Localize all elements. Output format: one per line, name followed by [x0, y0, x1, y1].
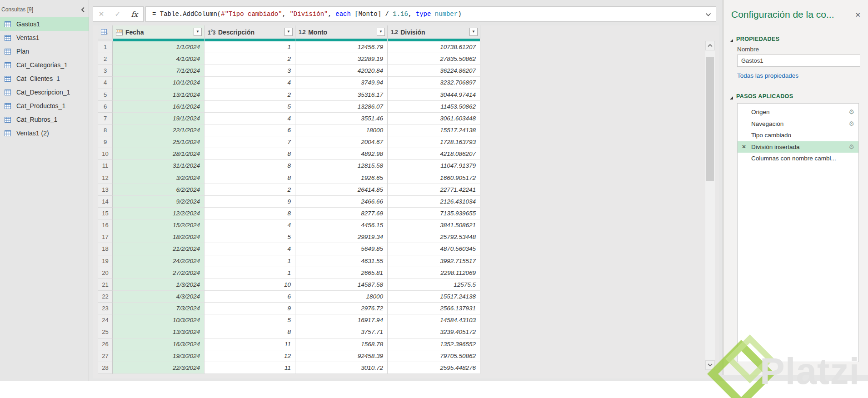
data-cell[interactable]: 3757.71 — [295, 326, 388, 338]
data-cell[interactable]: 8 — [205, 172, 295, 184]
collapse-sidebar-chevron-left-icon[interactable] — [81, 7, 85, 13]
select-all-corner-button[interactable] — [98, 25, 113, 39]
data-cell[interactable]: 1660.905172 — [388, 172, 480, 184]
sidebar-item-ventas1-2-[interactable]: Ventas1 (2) — [0, 126, 89, 140]
data-cell[interactable]: 3 — [205, 65, 295, 77]
data-cell[interactable]: 4 — [205, 243, 295, 255]
data-cell[interactable]: 12456.79 — [295, 41, 388, 53]
data-cell[interactable]: 18/2/2024 — [113, 231, 205, 243]
data-cell[interactable]: 8 — [205, 160, 295, 172]
row-number-cell[interactable]: 25 — [98, 326, 113, 338]
data-cell[interactable]: 3010.72 — [295, 362, 388, 374]
scroll-up-button[interactable] — [705, 41, 715, 50]
data-cell[interactable]: 6 — [205, 291, 295, 303]
data-cell[interactable]: 2665.81 — [295, 267, 388, 279]
data-cell[interactable]: 2126.431034 — [388, 196, 480, 208]
vertical-scrollbar-thumb[interactable] — [706, 57, 714, 181]
data-cell[interactable]: 2 — [205, 89, 295, 101]
applied-step-navegaci-n[interactable]: Navegación⚙ — [738, 118, 858, 130]
data-cell[interactable]: 26414.85 — [295, 184, 388, 196]
data-cell[interactable]: 10/1/2024 — [113, 77, 205, 89]
row-number-cell[interactable]: 4 — [98, 77, 113, 89]
data-cell[interactable]: 9 — [205, 303, 295, 314]
row-number-cell[interactable]: 11 — [98, 160, 113, 172]
data-cell[interactable]: 29919.34 — [295, 231, 388, 243]
data-cell[interactable]: 10738.61207 — [388, 41, 480, 53]
all-properties-link[interactable]: Todas las propiedades — [737, 72, 798, 79]
data-cell[interactable]: 1926.65 — [295, 172, 388, 184]
data-cell[interactable]: 4870.560345 — [388, 243, 480, 255]
data-cell[interactable]: 27835.50862 — [388, 53, 480, 65]
data-cell[interactable]: 13286.07 — [295, 101, 388, 113]
row-number-cell[interactable]: 26 — [98, 338, 113, 350]
sidebar-item-gastos1[interactable]: Gastos1 — [0, 17, 89, 31]
data-cell[interactable]: 2 — [205, 53, 295, 65]
data-cell[interactable]: 24/2/2024 — [113, 255, 205, 267]
row-number-cell[interactable]: 1 — [98, 41, 113, 53]
data-cell[interactable]: 2566.137931 — [388, 303, 480, 314]
formula-expand-chevron-down-icon[interactable] — [705, 13, 711, 16]
row-number-cell[interactable]: 20 — [98, 267, 113, 279]
data-cell[interactable]: 28/1/2024 — [113, 148, 205, 160]
data-cell[interactable]: 8 — [205, 326, 295, 338]
data-cell[interactable]: 22/1/2024 — [113, 124, 205, 136]
formula-bar-input[interactable]: = Table.AddColumn(#"Tipo cambiado", "Div… — [145, 6, 716, 22]
data-cell[interactable]: 1 — [205, 255, 295, 267]
data-cell[interactable]: 11453.50862 — [388, 101, 480, 113]
sidebar-item-cat-rubros-1[interactable]: Cat_Rubros_1 — [0, 113, 89, 126]
data-cell[interactable]: 1/1/2024 — [113, 41, 205, 53]
data-cell[interactable]: 4 — [205, 113, 295, 124]
data-cell[interactable]: 5 — [205, 314, 295, 326]
sidebar-item-cat-clientes-1[interactable]: Cat_Clientes_1 — [0, 72, 89, 85]
data-cell[interactable]: 4/1/2024 — [113, 53, 205, 65]
data-cell[interactable]: 4631.55 — [295, 255, 388, 267]
data-cell[interactable]: 3061.603448 — [388, 113, 480, 124]
data-cell[interactable]: 15517.24138 — [388, 124, 480, 136]
data-cell[interactable]: 19/1/2024 — [113, 113, 205, 124]
data-cell[interactable]: 2595.448276 — [388, 362, 480, 374]
data-cell[interactable]: 15517.24138 — [388, 291, 480, 303]
row-number-cell[interactable]: 23 — [98, 303, 113, 314]
data-cell[interactable]: 31/1/2024 — [113, 160, 205, 172]
row-number-cell[interactable]: 9 — [98, 136, 113, 148]
data-cell[interactable]: 12 — [205, 350, 295, 362]
data-cell[interactable]: 8 — [205, 148, 295, 160]
step-settings-gear-icon[interactable]: ⚙ — [848, 108, 854, 115]
data-cell[interactable]: 8 — [205, 208, 295, 219]
data-cell[interactable]: 3239.405172 — [388, 326, 480, 338]
filter-dropdown-button[interactable]: ▼ — [284, 28, 293, 36]
row-number-cell[interactable]: 21 — [98, 279, 113, 291]
column-header-divisi-n[interactable]: 1.2División▼ — [388, 25, 480, 39]
row-number-cell[interactable]: 19 — [98, 255, 113, 267]
row-number-cell[interactable]: 15 — [98, 208, 113, 219]
data-cell[interactable]: 1 — [205, 41, 295, 53]
data-cell[interactable]: 1568.78 — [295, 338, 388, 350]
query-name-input[interactable] — [737, 55, 860, 67]
column-header-monto[interactable]: 1.2Monto▼ — [295, 25, 388, 39]
data-cell[interactable]: 18000 — [295, 291, 388, 303]
data-cell[interactable]: 6 — [205, 124, 295, 136]
row-number-cell[interactable]: 6 — [98, 101, 113, 113]
data-cell[interactable]: 5 — [205, 231, 295, 243]
applied-step-columnas-con-nombre-cambi-[interactable]: Columnas con nombre cambi... — [738, 153, 858, 164]
column-header-descripci-n[interactable]: 123Descripción▼ — [205, 25, 295, 39]
data-cell[interactable]: 2298.112069 — [388, 267, 480, 279]
row-number-cell[interactable]: 7 — [98, 113, 113, 124]
data-cell[interactable]: 15/2/2024 — [113, 219, 205, 231]
data-cell[interactable]: 7135.939655 — [388, 208, 480, 219]
sidebar-item-cat-productos-1[interactable]: Cat_Productos_1 — [0, 99, 89, 113]
row-number-cell[interactable]: 27 — [98, 350, 113, 362]
data-cell[interactable]: 13/3/2024 — [113, 326, 205, 338]
filter-dropdown-button[interactable]: ▼ — [469, 28, 478, 36]
data-cell[interactable]: 92458.39 — [295, 350, 388, 362]
data-cell[interactable]: 10/3/2024 — [113, 314, 205, 326]
data-cell[interactable]: 10 — [205, 279, 295, 291]
row-number-cell[interactable]: 17 — [98, 231, 113, 243]
data-cell[interactable]: 22771.42241 — [388, 184, 480, 196]
row-number-cell[interactable]: 24 — [98, 314, 113, 326]
data-cell[interactable]: 3749.94 — [295, 77, 388, 89]
data-cell[interactable]: 79705.50862 — [388, 350, 480, 362]
data-cell[interactable]: 1 — [205, 267, 295, 279]
data-cell[interactable]: 4218.086207 — [388, 148, 480, 160]
sidebar-item-plan[interactable]: Plan — [0, 45, 89, 58]
